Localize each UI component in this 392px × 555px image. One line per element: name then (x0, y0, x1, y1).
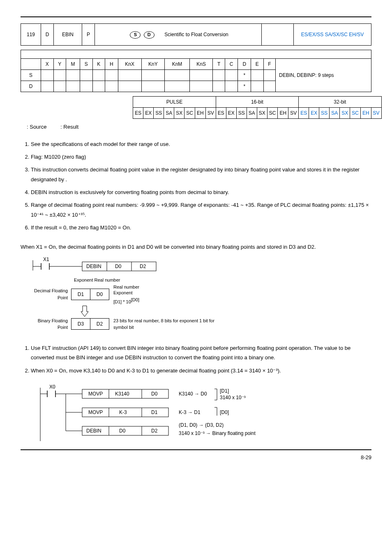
operand-table: XYM SKH KnXKnYKnM KnSTC DEF DEBIN, DEBIN… (21, 50, 371, 92)
controllers: ES/EX/SS SA/SX/SC EH/SV (294, 24, 371, 46)
page-number: 8-29 (21, 449, 371, 462)
ladder-diagram-1: X1 DEBIN D0 D2 (29, 256, 371, 273)
ladder-diagram-2: X0 MOVP K3140 D0 K3140 → D0 [D1] 3140 x … (37, 384, 371, 445)
conversion-diagram: Exponent Real number Decimal Floating Po… (29, 277, 371, 331)
svg-text:X1: X1 (43, 257, 49, 262)
steps: DEBIN, DEBINP: 9 steps (276, 59, 371, 92)
instruction-header-table: 119 D EBIN P S D Scientific to Float Con… (21, 23, 371, 46)
mnemonic: EBIN (54, 24, 82, 46)
function-desc: S D Scientific to Float Conversion (125, 24, 231, 46)
api-number: 119 (21, 24, 41, 46)
svg-text:K3140: K3140 (115, 391, 129, 397)
svg-text:K-3: K-3 (119, 409, 127, 415)
explanations-list: See the specifications of each model for… (21, 139, 371, 233)
svg-text:3140 x 10⁻³ → Binary floating : 3140 x 10⁻³ → Binary floating point (179, 430, 256, 436)
svg-text:D0: D0 (119, 428, 126, 434)
svg-text:[D1]: [D1] (220, 388, 229, 394)
svg-text:D1: D1 (151, 409, 158, 415)
program-intro: When X1 = On, the decimal floating point… (21, 243, 371, 251)
svg-text:D0: D0 (151, 391, 158, 397)
svg-text:[D0]: [D0] (220, 409, 229, 415)
svg-text:3140 x 10⁻³: 3140 x 10⁻³ (220, 395, 246, 400)
svg-text:K3140 → D0: K3140 → D0 (179, 391, 207, 397)
svg-text:DEBIN: DEBIN (86, 428, 101, 434)
svg-text:K-3  →  D1: K-3 → D1 (179, 409, 201, 415)
svg-text:D2: D2 (151, 428, 158, 434)
p-flag: P (82, 24, 95, 46)
pulse-table: PULSE 16-bit 32-bit ESEXSSSA SXSCEHSV ES… (133, 96, 381, 119)
svg-text:X0: X0 (49, 384, 55, 390)
svg-text:D0: D0 (115, 264, 122, 269)
remarks-list: Use FLT instruction (API 149) to convert… (21, 343, 371, 375)
svg-text:MOVP: MOVP (88, 409, 103, 415)
svg-text:(D1, D0)  →  (D3, D2): (D1, D0) → (D3, D2) (179, 422, 224, 428)
svg-text:MOVP: MOVP (88, 391, 103, 397)
source-result-line: : Source : Result (21, 123, 371, 131)
d-flag: D (41, 24, 54, 46)
svg-text:D2: D2 (140, 264, 146, 269)
svg-text:DEBIN: DEBIN (86, 264, 101, 269)
